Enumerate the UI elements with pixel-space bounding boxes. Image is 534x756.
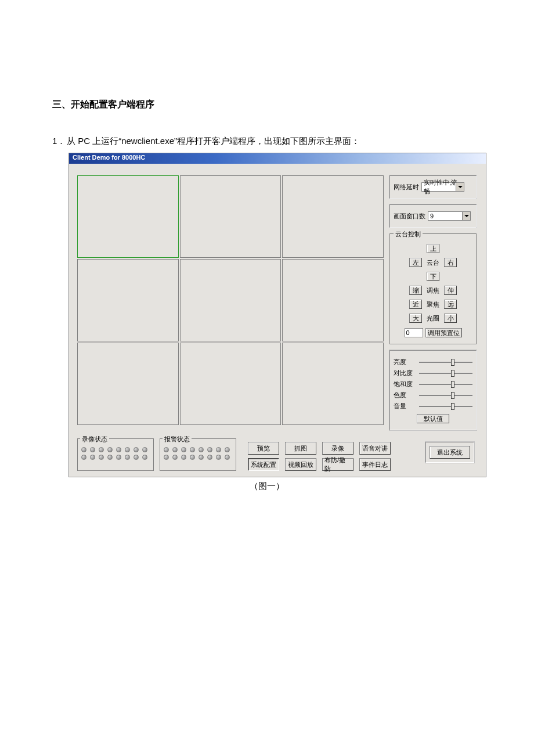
video-cell[interactable] [77, 343, 179, 425]
image-adjust-panel: 亮度 对比度 饱和度 色度 音量 默认值 [389, 350, 477, 430]
led-icon [164, 447, 169, 452]
iris-close-button[interactable]: 小 [444, 314, 457, 323]
led-icon [125, 447, 130, 452]
led-icon [207, 455, 212, 460]
led-icon [216, 455, 221, 460]
guard-button[interactable]: 布防/撤防 [322, 458, 353, 471]
default-button[interactable]: 默认值 [417, 414, 449, 423]
preset-input[interactable]: 0 [405, 328, 423, 337]
ptz-title: 云台控制 [394, 230, 423, 239]
led-icon [134, 447, 139, 452]
slider-thumb-icon[interactable] [451, 392, 454, 399]
led-icon [207, 447, 212, 452]
led-icon [225, 455, 230, 460]
snapshot-button[interactable]: 抓图 [285, 442, 316, 455]
led-icon [81, 447, 86, 452]
chevron-down-icon[interactable] [456, 183, 464, 191]
section-heading: 三、开始配置客户端程序 [52, 99, 482, 111]
iris-label: 光圈 [424, 314, 442, 323]
led-icon [190, 447, 195, 452]
record-button[interactable]: 录像 [322, 442, 353, 455]
saturation-slider[interactable] [419, 384, 472, 385]
window-count-label: 画面窗口数 [394, 212, 425, 221]
led-icon [225, 447, 230, 452]
focus-label: 聚焦 [424, 300, 442, 309]
ptz-down-button[interactable]: 下 [427, 272, 439, 281]
volume-slider[interactable] [419, 406, 472, 407]
command-buttons: 预览 抓图 录像 语音对讲 系统配置 视频回放 布防/撤防 事件日志 [248, 438, 391, 471]
hue-label: 色度 [394, 391, 413, 399]
chevron-down-icon[interactable] [462, 212, 470, 220]
led-icon [90, 447, 95, 452]
window-count-combo[interactable]: 9 [428, 211, 471, 221]
led-icon [99, 447, 104, 452]
video-grid [77, 175, 384, 425]
led-icon [181, 447, 186, 452]
video-cell[interactable] [282, 343, 384, 425]
step-line: 1．从 PC 上运行“newclient.exe”程序打开客户端程序，出现如下图… [52, 134, 482, 148]
slider-thumb-icon[interactable] [451, 403, 454, 410]
app-window: Client Demo for 8000HC 网络延时 实时性中 [68, 153, 486, 477]
exit-button[interactable]: 退出系统 [430, 446, 470, 459]
net-delay-label: 网络延时 [394, 183, 419, 192]
iris-open-button[interactable]: 大 [409, 314, 422, 323]
brightness-slider[interactable] [419, 362, 472, 363]
ptz-left-button[interactable]: 左 [409, 258, 422, 267]
led-icon [172, 447, 178, 452]
led-icon [164, 455, 169, 460]
volume-label: 音量 [394, 402, 413, 411]
led-icon [134, 455, 139, 460]
slider-thumb-icon[interactable] [451, 381, 454, 388]
video-cell[interactable] [180, 259, 282, 341]
led-icon [125, 455, 130, 460]
preview-button[interactable]: 预览 [248, 442, 279, 455]
led-icon [181, 455, 186, 460]
net-delay-panel: 网络延时 实时性中,流畅 [389, 175, 477, 199]
net-delay-combo[interactable]: 实时性中,流畅 [421, 182, 464, 192]
window-count-panel: 画面窗口数 9 [389, 204, 477, 228]
saturation-label: 饱和度 [394, 380, 413, 388]
video-cell[interactable] [282, 175, 384, 258]
titlebar: Client Demo for 8000HC [69, 153, 486, 164]
ptz-right-button[interactable]: 右 [444, 258, 457, 267]
ptz-group: 云台控制 上 左 云台 右 下 缩 调焦 伸 [389, 233, 477, 344]
call-preset-button[interactable]: 调用预置位 [425, 328, 462, 337]
voice-button[interactable]: 语音对讲 [359, 442, 391, 455]
ptz-center-label: 云台 [424, 258, 442, 267]
contrast-label: 对比度 [394, 369, 413, 377]
video-cell[interactable] [77, 259, 179, 341]
focus-far-button[interactable]: 远 [444, 300, 457, 309]
video-cell[interactable] [180, 343, 282, 425]
brightness-label: 亮度 [394, 358, 413, 366]
zoom-label: 调焦 [424, 286, 442, 295]
playback-button[interactable]: 视频回放 [285, 458, 316, 471]
video-cell[interactable] [180, 175, 282, 258]
led-icon [199, 447, 204, 452]
alarm-status-group: 报警状态 [160, 438, 236, 471]
hue-slider[interactable] [419, 395, 472, 396]
zoom-in-button[interactable]: 缩 [409, 286, 422, 295]
step-text: 从 PC 上运行“newclient.exe”程序打开客户端程序，出现如下图所示… [67, 136, 360, 146]
config-button[interactable]: 系统配置 [248, 458, 279, 471]
record-status-title: 录像状态 [80, 435, 109, 444]
contrast-slider[interactable] [419, 373, 472, 374]
video-cell[interactable] [282, 259, 384, 341]
led-icon [107, 447, 113, 452]
slider-thumb-icon[interactable] [451, 370, 454, 377]
video-cell[interactable] [77, 175, 179, 258]
led-icon [190, 455, 195, 460]
led-icon [90, 455, 95, 460]
zoom-out-button[interactable]: 伸 [444, 286, 457, 295]
led-icon [99, 455, 104, 460]
focus-near-button[interactable]: 近 [409, 300, 422, 309]
led-icon [116, 455, 121, 460]
led-icon [199, 455, 204, 460]
slider-thumb-icon[interactable] [451, 359, 454, 366]
led-icon [81, 455, 86, 460]
led-icon [142, 447, 147, 452]
figure-caption: （图一） [52, 481, 482, 492]
led-icon [116, 447, 121, 452]
window-count-value: 9 [430, 213, 434, 219]
ptz-up-button[interactable]: 上 [427, 244, 439, 253]
log-button[interactable]: 事件日志 [359, 458, 391, 471]
